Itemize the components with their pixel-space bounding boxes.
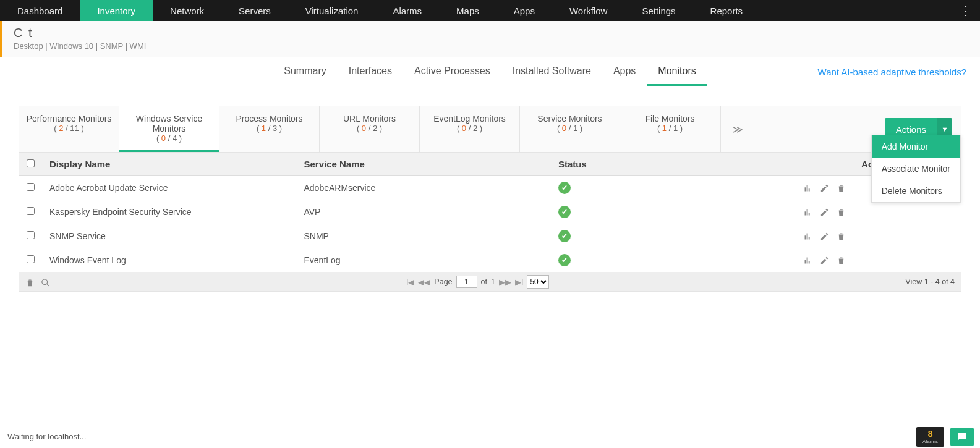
tab-interfaces[interactable]: Interfaces <box>338 58 403 86</box>
monitor-tab-count: ( 2 / 11 ) <box>24 124 114 133</box>
cell-status: ✔ <box>551 176 796 200</box>
select-all-checkbox[interactable] <box>27 159 35 167</box>
row-edit-icon[interactable] <box>820 207 829 218</box>
col-service-name[interactable]: Service Name <box>296 153 550 176</box>
row-checkbox[interactable] <box>27 255 35 263</box>
tab-summary[interactable]: Summary <box>273 58 337 86</box>
nav-inventory[interactable]: Inventory <box>80 0 153 21</box>
monitor-tab-eventlog[interactable]: EventLog Monitors ( 0 / 2 ) <box>420 106 520 152</box>
tab-apps[interactable]: Apps <box>602 58 647 86</box>
monitor-tab-strip: Performance Monitors ( 2 / 11 ) Windows … <box>19 106 961 152</box>
cell-status: ✔ <box>551 224 796 248</box>
monitor-tab-label: Process Monitors <box>224 114 314 124</box>
pager-next-icon[interactable]: ▶▶ <box>499 277 511 287</box>
monitor-tab-process[interactable]: Process Monitors ( 1 / 3 ) <box>219 106 320 152</box>
row-edit-icon[interactable] <box>820 255 829 266</box>
cell-display-name: SNMP Service <box>42 224 296 248</box>
monitor-tab-count: ( 1 / 1 ) <box>625 124 715 133</box>
monitor-tab-label: Performance Monitors <box>24 114 114 124</box>
tab-active-processes[interactable]: Active Processes <box>403 58 501 86</box>
monitor-tab-label: EventLog Monitors <box>425 114 514 124</box>
pager-first-icon[interactable]: I◀ <box>406 277 414 287</box>
tab-scroll-right-icon[interactable]: ≫ <box>720 106 755 152</box>
menu-associate-monitor[interactable]: Associate Monitor <box>872 158 960 180</box>
col-status[interactable]: Status <box>551 153 796 176</box>
table-row: Adobe Acrobat Update ServiceAdobeARMserv… <box>19 176 961 200</box>
monitor-tab-windows-service[interactable]: Windows Service Monitors ( 0 / 4 ) <box>119 106 219 152</box>
row-checkbox[interactable] <box>27 183 35 191</box>
menu-delete-monitors[interactable]: Delete Monitors <box>872 180 960 202</box>
search-icon[interactable] <box>41 276 50 287</box>
row-chart-icon[interactable] <box>803 183 812 193</box>
row-delete-icon[interactable] <box>837 255 846 266</box>
status-ok-icon: ✔ <box>558 254 571 266</box>
nav-apps[interactable]: Apps <box>496 0 552 21</box>
adaptive-thresholds-link[interactable]: Want AI-based adaptive thresholds? <box>818 67 966 77</box>
tab-monitors[interactable]: Monitors <box>647 58 707 86</box>
cell-display-name: Kaspersky Endpoint Security Service <box>42 200 296 224</box>
nav-reports[interactable]: Reports <box>693 0 761 21</box>
row-delete-icon[interactable] <box>837 231 846 242</box>
row-chart-icon[interactable] <box>803 207 812 218</box>
cell-service-name: EventLog <box>296 248 550 273</box>
row-edit-icon[interactable] <box>820 183 829 193</box>
kebab-menu-icon[interactable]: ⋮ <box>957 3 975 18</box>
cell-service-name: SNMP <box>296 224 550 248</box>
row-checkbox[interactable] <box>27 207 35 215</box>
monitor-tab-service[interactable]: Service Monitors ( 0 / 1 ) <box>520 106 620 152</box>
pager-page-input[interactable] <box>456 276 477 288</box>
status-ok-icon: ✔ <box>558 182 571 194</box>
pager-size-select[interactable]: 50 <box>527 275 549 289</box>
cell-service-name: AdobeARMservice <box>296 176 550 200</box>
table-row: SNMP ServiceSNMP✔ <box>19 224 961 248</box>
pager-page-label: Page <box>434 277 452 286</box>
delete-selected-icon[interactable] <box>25 276 35 287</box>
monitor-tab-label: Windows Service Monitors <box>124 114 214 133</box>
nav-virtualization[interactable]: Virtualization <box>288 0 376 21</box>
monitor-tab-performance[interactable]: Performance Monitors ( 2 / 11 ) <box>19 106 119 152</box>
nav-network[interactable]: Network <box>153 0 221 21</box>
nav-alarms[interactable]: Alarms <box>375 0 439 21</box>
monitor-tab-file[interactable]: File Monitors ( 1 / 1 ) <box>620 106 720 152</box>
nav-workflow[interactable]: Workflow <box>552 0 624 21</box>
status-ok-icon: ✔ <box>558 206 571 218</box>
device-title: C t <box>14 26 969 40</box>
device-header: C t Desktop | Windows 10 | SNMP | WMI <box>0 21 980 57</box>
pager-total-pages: 1 <box>491 277 495 286</box>
cell-display-name: Windows Event Log <box>42 248 296 273</box>
row-delete-icon[interactable] <box>837 183 846 193</box>
nav-dashboard[interactable]: Dashboard <box>0 0 80 21</box>
row-chart-icon[interactable] <box>803 231 812 242</box>
nav-maps[interactable]: Maps <box>439 0 496 21</box>
table-row: Windows Event LogEventLog✔ <box>19 248 961 273</box>
cell-status: ✔ <box>551 248 796 273</box>
col-display-name[interactable]: Display Name <box>42 153 296 176</box>
menu-add-monitor[interactable]: Add Monitor <box>872 135 960 158</box>
grid-footer: I◀ ◀◀ Page of 1 ▶▶ ▶I 50 View 1 - 4 of 4 <box>19 273 961 292</box>
row-delete-icon[interactable] <box>837 207 846 218</box>
monitor-tab-label: File Monitors <box>625 114 715 124</box>
cell-service-name: AVP <box>296 200 550 224</box>
pager-prev-icon[interactable]: ◀◀ <box>418 277 430 287</box>
monitor-tab-count: ( 1 / 3 ) <box>224 124 314 133</box>
monitors-table: Display Name Service Name Status Actions… <box>19 152 961 273</box>
table-row: Kaspersky Endpoint Security ServiceAVP✔ <box>19 200 961 224</box>
monitor-tab-label: Service Monitors <box>525 114 615 124</box>
row-checkbox[interactable] <box>27 231 35 239</box>
monitor-tab-url[interactable]: URL Monitors ( 0 / 2 ) <box>320 106 420 152</box>
nav-settings[interactable]: Settings <box>624 0 692 21</box>
pager-view-text: View 1 - 4 of 4 <box>905 277 955 286</box>
tab-installed-software[interactable]: Installed Software <box>501 58 602 86</box>
top-navbar: Dashboard Inventory Network Servers Virt… <box>0 0 980 21</box>
cell-display-name: Adobe Acrobat Update Service <box>42 176 296 200</box>
nav-servers[interactable]: Servers <box>221 0 288 21</box>
device-meta: Desktop | Windows 10 | SNMP | WMI <box>14 41 969 51</box>
pager-last-icon[interactable]: ▶I <box>515 277 523 287</box>
monitor-tab-count: ( 0 / 4 ) <box>124 133 214 143</box>
row-edit-icon[interactable] <box>820 231 829 242</box>
pager-of-label: of <box>481 277 487 286</box>
actions-button-container: Actions ▼ Add Monitor Associate Monitor … <box>811 106 961 152</box>
cell-status: ✔ <box>551 200 796 224</box>
device-subnav: Summary Interfaces Active Processes Inst… <box>0 57 980 87</box>
row-chart-icon[interactable] <box>803 255 812 266</box>
